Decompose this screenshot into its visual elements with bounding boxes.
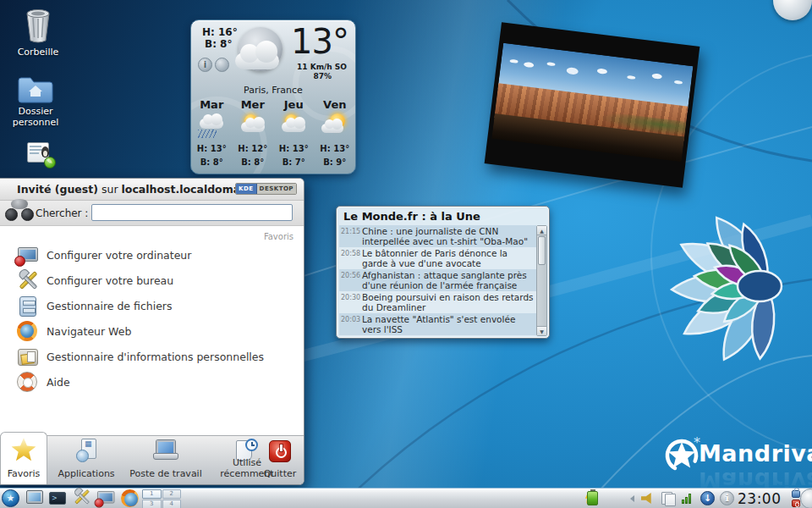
menu-item-pim[interactable]: Gestionnaire d'informations personnelles	[0, 345, 304, 370]
forecast-day: Jeu	[273, 98, 315, 111]
forecast-high: H: 13°	[273, 143, 315, 155]
forecast-low: B: 8°	[233, 157, 274, 168]
desktop-icon-document[interactable]	[7, 142, 74, 166]
rss-text: Chine : une journaliste de CNN interpell…	[362, 226, 535, 246]
pager-desktop-1[interactable]: 1	[142, 489, 162, 499]
configure-computer-launcher[interactable]	[97, 491, 118, 508]
title-connector: sur	[102, 183, 118, 196]
lock-screen-icon[interactable]	[792, 490, 800, 498]
tab-computer[interactable]: Poste de travail	[125, 435, 206, 484]
humidity: 87%	[313, 72, 332, 80]
scroll-up-icon[interactable]: ▲	[537, 226, 546, 235]
power-icon	[269, 440, 291, 462]
rss-time: 21:15	[341, 226, 362, 246]
desktop-icon-home[interactable]: Dossier personnel	[2, 75, 69, 128]
menu-user-title: Invité (guest) sur localhost.localdomain	[17, 183, 251, 196]
sun-cloud-icon	[238, 113, 268, 139]
rss-widget[interactable]: Le Monde.fr : à la Une 21:15 Chine : une…	[336, 206, 550, 339]
weather-widget[interactable]: H: 16° B: 8° i 13° 11 Km/h SO 87% Paris,…	[190, 19, 356, 174]
rss-time: 20:58	[341, 248, 362, 268]
menu-item-web-browser[interactable]: Navigateur Web	[0, 319, 304, 345]
tab-leave[interactable]: Quitter	[257, 435, 303, 484]
weather-map-button[interactable]	[215, 58, 229, 72]
home-folder-icon	[17, 75, 54, 103]
firefox-icon	[17, 321, 37, 341]
rss-time: 20:56	[341, 270, 362, 290]
firefox-launcher[interactable]	[121, 489, 139, 507]
kde-desktop-badge: KDE DESKTOP	[235, 183, 297, 195]
rss-item[interactable]: 20:56 Afghanistan : attaque sanglante pr…	[339, 269, 536, 291]
rss-item[interactable]: 20:58 Le bâtonnier de Paris dénonce la g…	[339, 247, 536, 269]
forecast-day: Mer	[233, 98, 274, 111]
rss-scrollbar[interactable]: ▲ ▼	[536, 225, 547, 336]
forecast-low: B: 9°	[315, 157, 356, 168]
scroll-down-icon[interactable]: ▼	[537, 326, 546, 335]
volume-icon[interactable]	[641, 493, 654, 504]
desktop-badge-label: DESKTOP	[257, 184, 296, 194]
desktop-pager[interactable]: 1 2 3 4	[142, 489, 181, 508]
trash-icon	[22, 7, 54, 44]
sun-cloud-icon	[278, 113, 309, 139]
current-temperature: 13°	[291, 22, 348, 61]
menu-item-configure-computer[interactable]: Configurer votre ordinateur	[0, 243, 304, 268]
rss-item[interactable]: 21:15 Chine : une journaliste de CNN int…	[339, 225, 536, 247]
kontact-icon	[18, 349, 38, 366]
desktop: Corbeille Dossier personnel H: 16° B: 8°…	[0, 0, 812, 508]
rss-item[interactable]: 20:03 La navette "Atlantis" s'est envolé…	[339, 313, 536, 335]
menu-launcher-button[interactable]: ★	[2, 489, 19, 507]
rss-time: 20:03	[341, 314, 362, 334]
user-name: Invité (guest)	[17, 183, 98, 196]
show-desktop-icon[interactable]	[26, 490, 43, 504]
menu-item-file-manager[interactable]: Gestionnaire de fichiers	[0, 294, 304, 319]
weather-location: Paris, France	[191, 85, 355, 96]
rss-text: Le bâtonnier de Paris dénonce la garde à…	[362, 248, 535, 268]
kickoff-menu: Invité (guest) sur localhost.localdomain…	[0, 178, 304, 485]
tab-favorites[interactable]: Favoris	[0, 432, 47, 484]
digital-clock[interactable]: 23:00	[738, 490, 782, 507]
pager-desktop-2[interactable]: 2	[162, 489, 182, 499]
scrollbar-thumb[interactable]	[538, 236, 546, 265]
menu-item-configure-desktop[interactable]: Configurer votre bureau	[0, 268, 304, 294]
desktop-icon-label: Dossier personnel	[2, 106, 69, 128]
current-cloud-icon	[255, 41, 277, 63]
photo-frame-widget[interactable]	[485, 22, 700, 188]
clipboard-icon[interactable]	[661, 492, 674, 505]
rss-text: Boeing poursuivi en raison des retards d…	[362, 292, 535, 312]
configure-desktop-icon	[17, 270, 39, 290]
forecast-day: Mar	[191, 98, 233, 111]
tab-applications[interactable]: Applications	[47, 435, 125, 484]
pager-desktop-3[interactable]: 3	[142, 500, 162, 508]
rss-title: Le Monde.fr : à la Une	[343, 210, 480, 223]
notifications-info-icon[interactable]: i	[720, 491, 734, 505]
rss-item[interactable]: 20:30 Boeing poursuivi en raison des ret…	[339, 291, 536, 313]
forecast-day: Ven	[315, 98, 356, 111]
panel-cashew-icon[interactable]	[800, 489, 812, 508]
help-lifesaver-icon	[17, 372, 37, 392]
file-manager-icon	[19, 296, 36, 317]
configure-computer-icon	[18, 247, 38, 264]
kde-badge-label: KDE	[236, 184, 257, 194]
applications-icon	[76, 439, 96, 462]
taskbar: ★ 1 2 3 4 ↓	[0, 488, 812, 508]
leave-icon[interactable]	[792, 500, 800, 507]
pager-desktop-4[interactable]: 4	[162, 500, 182, 508]
rss-item[interactable]: 19:51 Une indépendance palestinienne, un…	[339, 335, 536, 336]
updates-icon[interactable]: ↓	[700, 491, 715, 505]
battery-icon[interactable]	[587, 491, 598, 505]
search-input[interactable]	[91, 204, 293, 221]
terminal-icon[interactable]	[49, 492, 66, 505]
rss-list: 21:15 Chine : une journaliste de CNN int…	[339, 225, 536, 336]
star-icon	[11, 438, 36, 462]
configure-desktop-launcher[interactable]	[73, 489, 95, 508]
weather-info-button[interactable]: i	[198, 58, 212, 72]
network-signal-icon[interactable]	[682, 494, 694, 504]
forecast-days-row: Mar Mer Jeu Ven	[191, 98, 355, 111]
laptop-icon	[153, 440, 178, 462]
edit-badge-icon	[44, 157, 56, 168]
menu-item-help[interactable]: Aide	[0, 370, 304, 395]
forecast-low-row: B: 8° B: 8° B: 7° B: 9°	[191, 157, 355, 168]
tray-expander-icon[interactable]	[630, 495, 634, 502]
tux-icon	[41, 146, 49, 157]
forecast-high: H: 13°	[315, 143, 356, 155]
desktop-icon-trash[interactable]: Corbeille	[4, 7, 72, 58]
